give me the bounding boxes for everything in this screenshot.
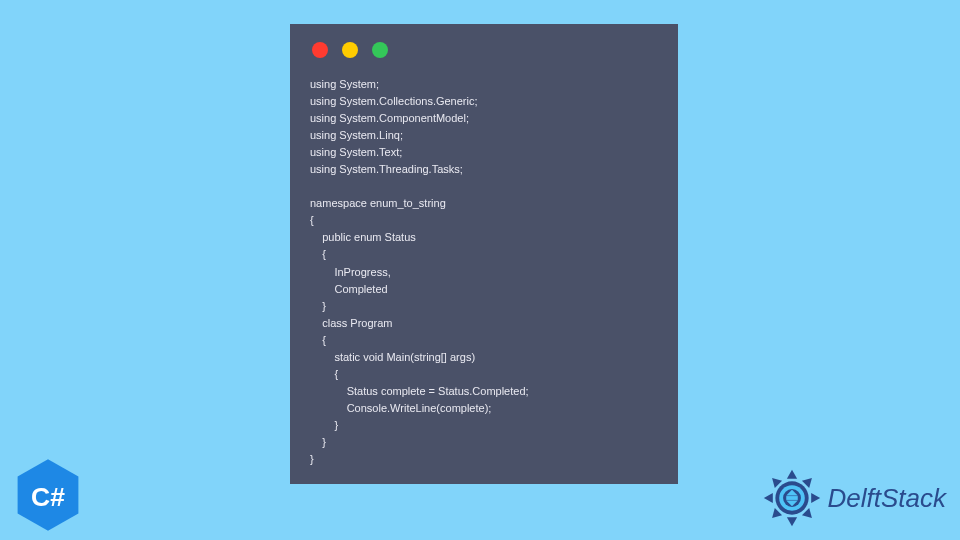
svg-marker-7 — [763, 493, 772, 503]
code-window: using System; using System.Collections.G… — [290, 24, 678, 484]
svg-marker-3 — [811, 493, 820, 503]
svg-rect-14 — [786, 496, 798, 500]
svg-marker-1 — [786, 470, 796, 479]
minimize-dot-icon — [342, 42, 358, 58]
close-dot-icon — [312, 42, 328, 58]
svg-marker-5 — [786, 517, 796, 526]
svg-marker-4 — [801, 508, 815, 522]
csharp-badge-icon: C# — [14, 458, 82, 532]
csharp-badge-label: C# — [31, 482, 65, 512]
window-traffic-lights — [310, 42, 658, 58]
svg-marker-6 — [768, 508, 782, 522]
svg-marker-8 — [768, 474, 782, 488]
delftstack-wordmark: DelftStack — [828, 483, 947, 514]
svg-marker-2 — [801, 474, 815, 488]
delftstack-emblem-icon — [760, 466, 824, 530]
delftstack-logo: DelftStack — [760, 466, 947, 530]
code-block: using System; using System.Collections.G… — [310, 76, 658, 468]
maximize-dot-icon — [372, 42, 388, 58]
